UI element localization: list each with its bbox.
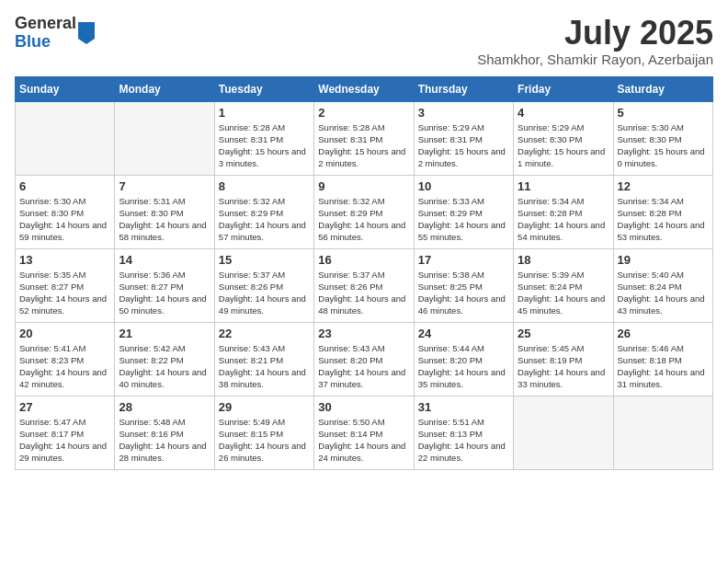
calendar-cell: 13Sunrise: 5:35 AM Sunset: 8:27 PM Dayli… <box>16 248 115 322</box>
calendar-cell: 26Sunrise: 5:46 AM Sunset: 8:18 PM Dayli… <box>613 322 712 396</box>
day-info: Sunrise: 5:37 AM Sunset: 8:26 PM Dayligh… <box>318 269 409 317</box>
day-number: 14 <box>119 253 210 267</box>
day-number: 29 <box>219 400 310 414</box>
calendar-cell: 15Sunrise: 5:37 AM Sunset: 8:26 PM Dayli… <box>214 248 313 322</box>
day-info: Sunrise: 5:36 AM Sunset: 8:27 PM Dayligh… <box>119 269 210 317</box>
header-tuesday: Tuesday <box>214 76 313 101</box>
day-info: Sunrise: 5:32 AM Sunset: 8:29 PM Dayligh… <box>219 195 310 244</box>
logo-icon <box>78 22 95 44</box>
day-info: Sunrise: 5:33 AM Sunset: 8:29 PM Dayligh… <box>418 195 509 244</box>
day-number: 7 <box>119 179 210 193</box>
calendar-cell: 22Sunrise: 5:43 AM Sunset: 8:21 PM Dayli… <box>214 322 313 396</box>
day-info: Sunrise: 5:46 AM Sunset: 8:18 PM Dayligh… <box>618 342 709 391</box>
calendar-cell: 27Sunrise: 5:47 AM Sunset: 8:17 PM Dayli… <box>16 396 115 469</box>
day-info: Sunrise: 5:47 AM Sunset: 8:17 PM Dayligh… <box>19 416 110 465</box>
day-number: 20 <box>19 327 110 340</box>
day-info: Sunrise: 5:34 AM Sunset: 8:28 PM Dayligh… <box>618 195 709 244</box>
calendar-cell: 31Sunrise: 5:51 AM Sunset: 8:13 PM Dayli… <box>414 396 513 469</box>
calendar-cell <box>115 101 214 175</box>
calendar-cell: 1Sunrise: 5:28 AM Sunset: 8:31 PM Daylig… <box>214 101 313 175</box>
day-number: 2 <box>318 106 409 120</box>
day-number: 13 <box>19 253 110 267</box>
calendar-week-row: 1Sunrise: 5:28 AM Sunset: 8:31 PM Daylig… <box>16 101 713 175</box>
day-number: 23 <box>318 327 409 340</box>
day-info: Sunrise: 5:38 AM Sunset: 8:25 PM Dayligh… <box>418 269 509 317</box>
calendar-cell: 8Sunrise: 5:32 AM Sunset: 8:29 PM Daylig… <box>214 175 313 248</box>
calendar-week-row: 13Sunrise: 5:35 AM Sunset: 8:27 PM Dayli… <box>16 248 713 322</box>
calendar-cell: 14Sunrise: 5:36 AM Sunset: 8:27 PM Dayli… <box>115 248 214 322</box>
day-number: 12 <box>618 179 709 193</box>
header-friday: Friday <box>514 76 613 101</box>
calendar-cell <box>514 396 613 469</box>
calendar-week-row: 27Sunrise: 5:47 AM Sunset: 8:17 PM Dayli… <box>16 396 713 469</box>
calendar-cell: 24Sunrise: 5:44 AM Sunset: 8:20 PM Dayli… <box>414 322 513 396</box>
calendar-table: SundayMondayTuesdayWednesdayThursdayFrid… <box>15 76 713 470</box>
day-number: 15 <box>219 253 310 267</box>
day-number: 30 <box>318 400 409 414</box>
day-number: 25 <box>518 327 609 340</box>
calendar-cell: 6Sunrise: 5:30 AM Sunset: 8:30 PM Daylig… <box>16 175 115 248</box>
day-number: 11 <box>518 179 609 193</box>
calendar-cell <box>16 101 115 175</box>
svg-marker-0 <box>78 22 95 44</box>
day-number: 28 <box>119 400 210 414</box>
header-sunday: Sunday <box>16 76 115 101</box>
calendar-week-row: 6Sunrise: 5:30 AM Sunset: 8:30 PM Daylig… <box>16 175 713 248</box>
calendar-cell: 10Sunrise: 5:33 AM Sunset: 8:29 PM Dayli… <box>414 175 513 248</box>
day-info: Sunrise: 5:51 AM Sunset: 8:13 PM Dayligh… <box>418 416 509 465</box>
day-info: Sunrise: 5:34 AM Sunset: 8:28 PM Dayligh… <box>518 195 609 244</box>
calendar-header-row: SundayMondayTuesdayWednesdayThursdayFrid… <box>16 76 713 101</box>
logo: General Blue <box>15 15 95 52</box>
day-info: Sunrise: 5:30 AM Sunset: 8:30 PM Dayligh… <box>19 195 110 244</box>
calendar-cell: 30Sunrise: 5:50 AM Sunset: 8:14 PM Dayli… <box>314 396 414 469</box>
calendar-cell: 16Sunrise: 5:37 AM Sunset: 8:26 PM Dayli… <box>314 248 414 322</box>
calendar-cell: 18Sunrise: 5:39 AM Sunset: 8:24 PM Dayli… <box>514 248 613 322</box>
logo-blue-text: Blue <box>15 33 76 52</box>
day-number: 6 <box>19 179 110 193</box>
day-number: 9 <box>318 179 409 193</box>
calendar-cell: 28Sunrise: 5:48 AM Sunset: 8:16 PM Dayli… <box>115 396 214 469</box>
day-number: 17 <box>418 253 509 267</box>
day-info: Sunrise: 5:39 AM Sunset: 8:24 PM Dayligh… <box>518 269 609 317</box>
month-title: July 2025 <box>477 15 713 52</box>
calendar-cell: 2Sunrise: 5:28 AM Sunset: 8:31 PM Daylig… <box>314 101 414 175</box>
calendar-cell: 23Sunrise: 5:43 AM Sunset: 8:20 PM Dayli… <box>314 322 414 396</box>
header-saturday: Saturday <box>613 76 712 101</box>
calendar-cell: 29Sunrise: 5:49 AM Sunset: 8:15 PM Dayli… <box>214 396 313 469</box>
calendar-cell: 19Sunrise: 5:40 AM Sunset: 8:24 PM Dayli… <box>613 248 712 322</box>
day-number: 18 <box>518 253 609 267</box>
day-info: Sunrise: 5:43 AM Sunset: 8:21 PM Dayligh… <box>219 342 310 391</box>
calendar-cell: 3Sunrise: 5:29 AM Sunset: 8:31 PM Daylig… <box>414 101 513 175</box>
day-info: Sunrise: 5:28 AM Sunset: 8:31 PM Dayligh… <box>318 121 409 170</box>
calendar-cell: 12Sunrise: 5:34 AM Sunset: 8:28 PM Dayli… <box>613 175 712 248</box>
day-number: 24 <box>418 327 509 340</box>
day-info: Sunrise: 5:29 AM Sunset: 8:31 PM Dayligh… <box>418 121 509 170</box>
header-monday: Monday <box>115 76 214 101</box>
day-number: 8 <box>219 179 310 193</box>
calendar-cell: 5Sunrise: 5:30 AM Sunset: 8:30 PM Daylig… <box>613 101 712 175</box>
day-info: Sunrise: 5:49 AM Sunset: 8:15 PM Dayligh… <box>219 416 310 465</box>
day-number: 19 <box>618 253 709 267</box>
day-info: Sunrise: 5:44 AM Sunset: 8:20 PM Dayligh… <box>418 342 509 391</box>
day-info: Sunrise: 5:35 AM Sunset: 8:27 PM Dayligh… <box>19 269 110 317</box>
day-number: 5 <box>618 106 709 120</box>
day-info: Sunrise: 5:40 AM Sunset: 8:24 PM Dayligh… <box>618 269 709 317</box>
calendar-cell <box>613 396 712 469</box>
day-number: 16 <box>318 253 409 267</box>
logo-general-text: General <box>15 15 76 33</box>
day-number: 1 <box>219 106 310 120</box>
day-number: 3 <box>418 106 509 120</box>
calendar-cell: 9Sunrise: 5:32 AM Sunset: 8:29 PM Daylig… <box>314 175 414 248</box>
calendar-cell: 21Sunrise: 5:42 AM Sunset: 8:22 PM Dayli… <box>115 322 214 396</box>
header-wednesday: Wednesday <box>314 76 414 101</box>
header-thursday: Thursday <box>414 76 513 101</box>
day-number: 21 <box>119 327 210 340</box>
calendar-cell: 4Sunrise: 5:29 AM Sunset: 8:30 PM Daylig… <box>514 101 613 175</box>
calendar-cell: 11Sunrise: 5:34 AM Sunset: 8:28 PM Dayli… <box>514 175 613 248</box>
calendar-cell: 17Sunrise: 5:38 AM Sunset: 8:25 PM Dayli… <box>414 248 513 322</box>
day-info: Sunrise: 5:37 AM Sunset: 8:26 PM Dayligh… <box>219 269 310 317</box>
day-info: Sunrise: 5:45 AM Sunset: 8:19 PM Dayligh… <box>518 342 609 391</box>
day-info: Sunrise: 5:43 AM Sunset: 8:20 PM Dayligh… <box>318 342 409 391</box>
day-info: Sunrise: 5:41 AM Sunset: 8:23 PM Dayligh… <box>19 342 110 391</box>
day-number: 4 <box>518 106 609 120</box>
